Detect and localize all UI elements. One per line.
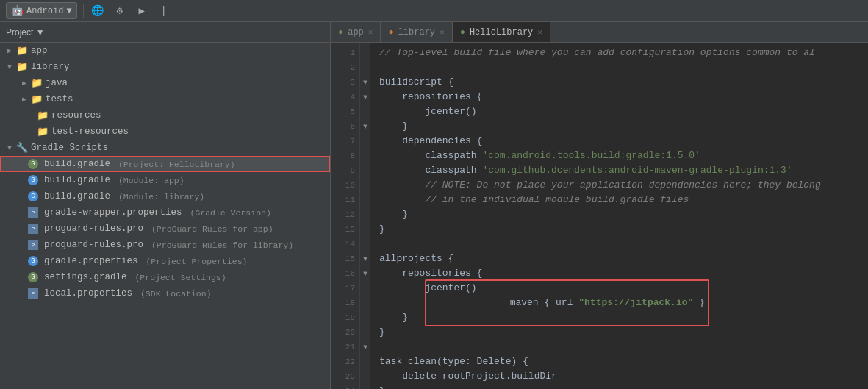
folder-icon-test-resources: 📁 [37,126,49,138]
tree-sublabel-build-gradle-project: (Project: HelloLibrary) [113,160,235,169]
settings-button[interactable]: ⚙ [112,3,128,19]
tree-item-gradle-wrapper[interactable]: P gradle-wrapper.properties (Gradle Vers… [0,204,330,221]
sidebar-title: Project ▼ [6,27,45,38]
code-line-8: classpath 'com.android.tools.build:gradl… [379,149,868,163]
code-line-21 [379,340,868,354]
code-line-22: task clean(type: Delete) { [379,354,868,369]
folder-icon-resources: 📁 [37,110,49,121]
tree-label-java: java [46,78,68,88]
tab-hellolibrary-close[interactable]: ✕ [537,27,542,37]
globe-button[interactable]: 🌐 [90,3,106,19]
tab-app-close[interactable]: ✕ [368,27,373,37]
tree-sublabel-proguard-app: (ProGuard Rules for app) [146,224,273,234]
tab-library-close[interactable]: ✕ [440,27,445,37]
tab-hellolibrary[interactable]: ● HelloLibrary ✕ [453,22,550,42]
code-line-5: jcenter() [379,104,868,119]
tree-label-settings-gradle: settings.gradle [44,272,127,282]
editor-tab-bar: ● app ✕ ● library ✕ ● HelloLibrary ✕ [331,22,868,43]
toolbar: 🤖 Android ▼ 🌐 ⚙ ▶ | [0,0,868,22]
tree-label-proguard-library: proguard-rules.pro [44,240,143,250]
tree-item-app[interactable]: ▶ 📁 app [0,43,330,59]
tab-app-icon: ● [338,27,343,38]
code-editor[interactable]: 1 2 3 4 5 6 7 8 9 10 11 12 13 14 15 16 1 [331,43,868,389]
tree-label-build-gradle-app: build.gradle [44,175,110,185]
tree-sublabel-build-gradle-app: (Module: app) [113,176,184,185]
code-content: // Top-level build file where you can ad… [370,43,868,389]
tree-item-java[interactable]: ▶ 📁 java [0,75,330,91]
code-line-15: allprojects { [379,251,868,266]
tab-library[interactable]: ● library ✕ [381,22,452,42]
code-line-6: } [379,119,868,134]
tree-label-gradle-wrapper: gradle-wrapper.properties [44,207,182,218]
tree-item-local-properties[interactable]: P local.properties (SDK Location) [0,285,330,301]
arrow-java: ▶ [21,79,28,88]
tree-item-build-gradle-library[interactable]: G build.gradle (Module: library) [0,188,330,204]
properties-icon-gradle-wrapper: P [28,207,38,218]
tab-app-label: app [348,27,364,38]
android-dropdown-arrow: ▼ [66,6,71,16]
tree-label-gradle-scripts: Gradle Scripts [31,143,108,153]
gradle-blue-icon-properties: G [28,256,38,266]
tree-label-resources: resources [51,110,101,121]
tree-sublabel-gradle-wrapper: (Gradle Version) [185,208,271,218]
properties-icon-local: P [28,288,38,299]
code-line-9: classpath 'com.github.dcendents:android-… [379,163,868,178]
code-line-2 [379,60,868,75]
code-line-3: buildscript { [379,75,868,90]
tree-item-tests[interactable]: ▶ 📁 tests [0,91,330,107]
tree-label-build-gradle-project: build.gradle [44,159,110,169]
arrow-app: ▶ [6,46,13,55]
fold-markers: ▼ ▼ ▼ ▼ ▼ [360,43,370,389]
tree-label-gradle-properties: gradle.properties [44,256,138,266]
tree-item-settings-gradle[interactable]: G settings.gradle (Project Settings) [0,269,330,285]
code-line-14 [379,237,868,251]
code-line-12: } [379,207,868,222]
android-label: Android [26,6,63,16]
folder-icon-library: 📁 [16,61,28,73]
tree-item-proguard-library[interactable]: P proguard-rules.pro (ProGuard Rules for… [0,237,330,253]
properties-icon-proguard-app: P [28,224,38,234]
tree-item-build-gradle-app[interactable]: G build.gradle (Module: app) [0,172,330,188]
tree-label-tests: tests [46,94,73,104]
tree-item-test-resources[interactable]: 📁 test-resources [0,124,330,140]
tree-item-gradle-properties[interactable]: G gradle.properties (Project Properties) [0,253,330,269]
tree-item-library[interactable]: ▼ 📁 library [0,59,330,75]
tab-hellolibrary-icon: ● [460,27,465,38]
folder-icon-app: 📁 [16,45,28,57]
tree-label-app: app [31,46,48,56]
line-numbers: 1 2 3 4 5 6 7 8 9 10 11 12 13 14 15 16 1 [331,43,360,389]
tab-library-icon: ● [388,27,393,38]
tab-hellolibrary-label: HelloLibrary [470,27,533,38]
arrow-gradle-scripts: ▼ [6,144,13,152]
folder-icon-tests: 📁 [31,93,43,105]
tree-item-build-gradle-project[interactable]: G build.gradle (Project: HelloLibrary) [0,156,330,172]
code-line-13: } [379,222,868,237]
code-line-10: // NOTE: Do not place your application d… [379,178,868,193]
tree-label-build-gradle-library: build.gradle [44,191,110,201]
code-line-11: // in the individual module build.gradle… [379,193,868,207]
highlighted-maven-line: maven { url "https://jitpack.io" } [425,279,709,327]
editor-panel: ● app ✕ ● library ✕ ● HelloLibrary ✕ 1 2 [331,22,868,389]
gradle-green-icon-project: G [28,159,38,169]
folder-icon-java: 📁 [31,77,43,89]
debug-button[interactable]: | [156,3,172,19]
tree-label-library: library [31,62,70,72]
tree-item-proguard-app[interactable]: P proguard-rules.pro (ProGuard Rules for… [0,221,330,237]
gradle-green-icon-settings: G [28,272,38,282]
toolbar-separator-1 [83,4,84,18]
project-sidebar: Project ▼ ▶ 📁 app ▼ 📁 library ▶ 📁 java ▶… [0,22,331,389]
tree-sublabel-proguard-library: (ProGuard Rules for library) [146,240,293,250]
properties-icon-proguard-library: P [28,240,38,250]
code-line-7: dependencies { [379,134,868,149]
code-line-24: } [379,384,868,389]
tree-sublabel-gradle-properties: (Project Properties) [141,257,248,266]
android-selector[interactable]: 🤖 Android ▼ [6,2,77,19]
run-button[interactable]: ▶ [134,3,150,19]
android-icon: 🤖 [11,4,24,17]
gradle-blue-icon-app: G [28,175,38,185]
tree-item-resources[interactable]: 📁 resources [0,107,330,124]
tree-label-proguard-app: proguard-rules.pro [44,224,143,234]
tab-app[interactable]: ● app ✕ [331,22,381,42]
sidebar-header: Project ▼ [0,22,330,43]
tree-item-gradle-scripts[interactable]: ▼ 🔧 Gradle Scripts [0,140,330,156]
